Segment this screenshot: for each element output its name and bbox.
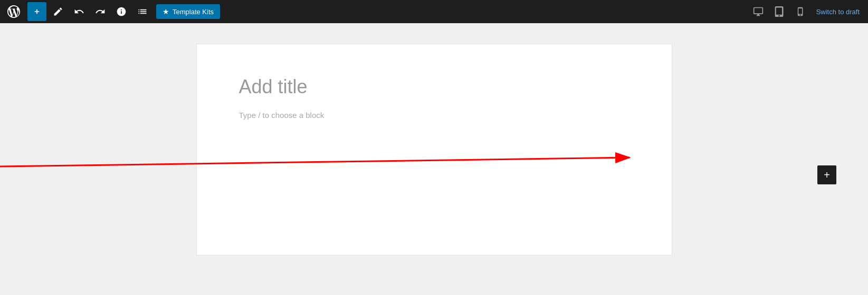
svg-line-1 [0, 158, 629, 168]
editor-area: Add title Type / to choose a block + [0, 23, 868, 295]
star-icon: ★ [163, 7, 169, 16]
toolbar-right: Switch to draft [749, 2, 864, 21]
main-toolbar: ★ Template Kits Switch to draft [0, 0, 868, 23]
add-block-button[interactable] [27, 2, 46, 21]
tablet-view-button[interactable] [770, 2, 789, 21]
template-kits-label: Template Kits [173, 8, 214, 16]
undo-button[interactable] [70, 2, 89, 21]
floating-inserter-button[interactable]: + [817, 165, 836, 184]
redo-button[interactable] [91, 2, 110, 21]
editor-canvas: Add title Type / to choose a block [197, 44, 672, 255]
pen-tool-button[interactable] [49, 2, 68, 21]
desktop-view-button[interactable] [749, 2, 768, 21]
block-placeholder[interactable]: Type / to choose a block [239, 111, 629, 120]
template-kits-button[interactable]: ★ Template Kits [156, 4, 220, 19]
post-title-field[interactable]: Add title [239, 76, 629, 98]
list-view-button[interactable] [133, 2, 152, 21]
info-button[interactable] [112, 2, 131, 21]
wordpress-logo[interactable] [4, 2, 23, 21]
switch-to-draft-button[interactable]: Switch to draft [812, 8, 864, 16]
mobile-view-button[interactable] [791, 2, 810, 21]
